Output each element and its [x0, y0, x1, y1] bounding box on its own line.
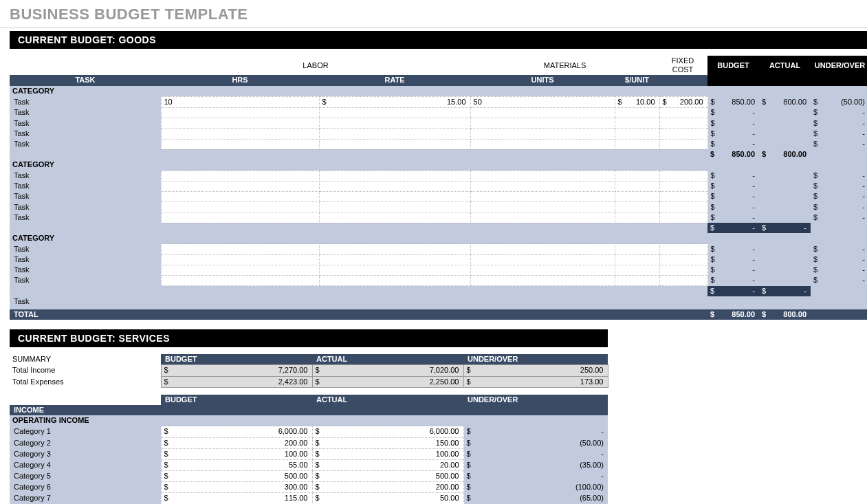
summary-expenses-row: Total Expenses $2,423.00 $2,250.00 $173.…	[10, 376, 608, 387]
goods-col-header: TASK HRS RATE UNITS $/UNIT	[10, 75, 867, 85]
task-row[interactable]: Task$-$-	[10, 171, 867, 181]
income-row[interactable]: Category 7$115.00$50.00$(65.00)	[10, 493, 608, 504]
income-row[interactable]: Category 5$500.00$500.00$-	[10, 471, 608, 482]
summary-header: SUMMARY BUDGET ACTUAL UNDER/OVER	[10, 354, 608, 365]
category-row: CATEGORY	[10, 86, 867, 97]
goods-total-row: TOTAL $850.00 $800.00	[10, 309, 867, 320]
category-row: CATEGORY	[10, 160, 867, 171]
services-heading: CURRENT BUDGET: SERVICES	[10, 329, 608, 347]
task-row[interactable]: Task$-$-	[10, 254, 867, 265]
task-row[interactable]: Task$-$-	[10, 275, 867, 285]
goods-super-header: LABOR MATERIALS FIXED COST BUDGET ACTUAL…	[10, 56, 867, 75]
goods-heading: CURRENT BUDGET: GOODS	[10, 31, 867, 49]
income-row[interactable]: Category 1$6,000.00$6,000.00$-	[10, 426, 608, 437]
goods-section: CURRENT BUDGET: GOODS LABOR MATERIALS FI…	[10, 31, 867, 320]
summary-table: SUMMARY BUDGET ACTUAL UNDER/OVER Total I…	[10, 354, 608, 388]
task-row[interactable]: Task$-$-	[10, 107, 867, 118]
services-section: CURRENT BUDGET: SERVICES SUMMARY BUDGET …	[10, 329, 608, 504]
task-row[interactable]: Task$-$-	[10, 181, 867, 191]
category-row: CATEGORY	[10, 233, 867, 244]
income-row[interactable]: Category 6$300.00$200.00$(100.00)	[10, 482, 608, 493]
task-row[interactable]: Task$-$-	[10, 265, 867, 275]
task-row[interactable]: Task	[10, 296, 867, 307]
subtotal-row: $-$-	[10, 223, 867, 233]
goods-table: LABOR MATERIALS FIXED COST BUDGET ACTUAL…	[10, 56, 867, 320]
income-row[interactable]: Category 3$100.00$100.00$-	[10, 448, 608, 459]
task-row[interactable]: Task$-$-	[10, 202, 867, 212]
page-title: BUSINESS BUDGET TEMPLATE	[0, 0, 867, 28]
subtotal-row: $850.00$800.00	[10, 149, 867, 160]
summary-income-row: Total Income $7,270.00 $7,020.00 $250.00	[10, 365, 608, 376]
income-col-header: BUDGET ACTUAL UNDER/OVER	[10, 395, 608, 405]
task-row[interactable]: Task$-$-	[10, 244, 867, 254]
task-row[interactable]: Task$-$-	[10, 118, 867, 129]
income-row[interactable]: Category 2$200.00$150.00$(50.00)	[10, 437, 608, 448]
income-bar: INCOME	[10, 405, 608, 415]
task-row[interactable]: Task 10 $15.00 50 $10.00 $200.00 $850.00…	[10, 96, 867, 107]
task-row[interactable]: Task$-$-	[10, 139, 867, 149]
task-row[interactable]: Task$-$-	[10, 129, 867, 139]
income-table: BUDGET ACTUAL UNDER/OVER INCOME OPERATIN…	[10, 395, 608, 504]
task-row[interactable]: Task$-$-	[10, 212, 867, 223]
task-row[interactable]: Task$-$-	[10, 191, 867, 201]
operating-income-header: OPERATING INCOME	[10, 415, 608, 426]
income-row[interactable]: Category 4$55.00$20.00$(35.00)	[10, 459, 608, 470]
subtotal-row: $-$-	[10, 286, 867, 296]
